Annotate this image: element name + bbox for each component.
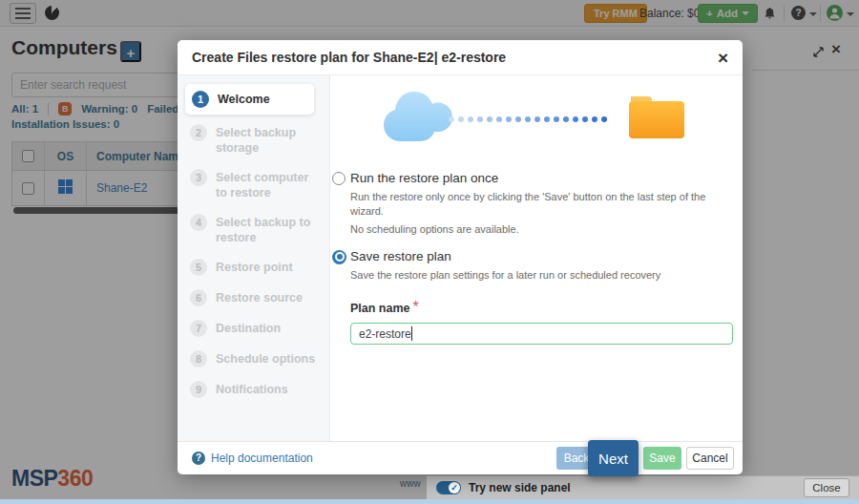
toggle-label: Try new side panel [469,481,571,494]
dot [525,116,531,122]
step-label: Notifications [216,381,288,397]
folder-icon [627,93,686,144]
dot [554,116,559,122]
dot [468,116,473,122]
wizard-step-content: Run the restore plan onceRun the restore… [330,75,743,441]
plan-name-input[interactable] [350,323,733,345]
dot [458,116,464,122]
step-label: Destination [216,320,281,336]
toggle-check-icon: ✓ [449,482,460,494]
dot [506,116,512,122]
step-number: 6 [190,289,207,306]
step-number: 5 [190,259,207,276]
wizard-step-notifications[interactable]: 9Notifications [178,374,329,405]
step-number: 3 [190,169,207,186]
step-label: Welcome [218,91,270,107]
step-number: 7 [190,320,207,337]
close-icon[interactable]: × [718,49,728,67]
option-description: Save the restore plan settings for a lat… [350,268,733,283]
step-label: Restore source [216,289,303,305]
help-circle-icon: ? [192,452,205,465]
dot [601,116,607,122]
cloud-icon [382,89,454,148]
step-number: 1 [192,91,209,108]
required-asterisk: * [413,299,419,315]
wizard-steps-nav: 1Welcome2Select backup storage3Select co… [178,75,330,441]
step-label: Select computer to restore [216,169,320,200]
dot [563,116,569,122]
dot [449,116,454,122]
save-button[interactable]: Save [643,447,681,470]
dot [534,116,540,122]
wizard-step-welcome[interactable]: 1Welcome [185,84,314,115]
dot [515,116,521,122]
wizard-step-schedule-options[interactable]: 8Schedule options [178,344,329,374]
dot [592,116,597,122]
cancel-button[interactable]: Cancel [686,447,734,470]
step-number: 4 [190,214,207,231]
radio-selected[interactable] [332,250,346,264]
option-label[interactable]: Save restore plan [350,249,733,263]
step-label: Select backup storage [216,124,320,156]
dot [544,116,550,122]
app-window: Try RMM Balance: $0 + Add ? Computers + … [0,0,859,504]
plan-name-label: Plan name [350,302,410,315]
radio-unselected[interactable] [332,172,346,185]
next-button[interactable]: Next [588,440,639,476]
side-panel-toggle[interactable]: ✓ [436,481,461,494]
restore-plan-wizard-dialog: Create Files restore plan for Shane-E2| … [178,40,743,474]
step-number: 8 [190,350,207,368]
dot [477,116,483,122]
side-panel-footer-bar: ✓ Try new side panel Close [427,475,859,499]
help-documentation-link[interactable]: ? Help documentation [192,452,313,465]
dot [487,116,492,122]
step-label: Select backup to restore [216,214,320,245]
dialog-header: Create Files restore plan for Shane-E2| … [178,40,743,75]
dot [582,116,588,122]
step-label: Restore point [216,259,293,275]
wizard-step-destination[interactable]: 7Destination [178,313,329,344]
restore-graphic [350,87,733,156]
wizard-step-restore-source[interactable]: 6Restore source [178,283,329,313]
close-button[interactable]: Close [804,478,849,497]
wizard-step-select-backup-to-restore[interactable]: 4Select backup to restore [178,207,329,252]
restore-option-0: Run the restore plan onceRun the restore… [350,171,733,237]
step-label: Schedule options [216,350,315,367]
wizard-step-select-computer-to-restore[interactable]: 3Select computer to restore [178,162,329,207]
wizard-step-select-backup-storage[interactable]: 2Select backup storage [178,117,329,162]
option-description: No scheduling options are available. [350,222,733,237]
text-cursor [411,326,412,341]
option-description: Run the restore only once by clicking th… [350,190,733,218]
restore-option-1: Save restore planSave the restore plan s… [350,249,733,283]
dot [573,116,578,122]
transfer-dots [449,116,607,122]
plan-name-field: Plan name* [350,299,733,345]
wizard-step-restore-point[interactable]: 5Restore point [178,252,329,283]
option-label[interactable]: Run the restore plan once [350,171,733,185]
dot [496,116,502,122]
bottom-edge-strip [0,499,859,504]
step-number: 9 [190,381,207,398]
dialog-footer: ? Help documentation Back Next Save Canc… [178,441,743,474]
dialog-title: Create Files restore plan for Shane-E2| … [192,50,506,65]
step-number: 2 [190,124,207,141]
